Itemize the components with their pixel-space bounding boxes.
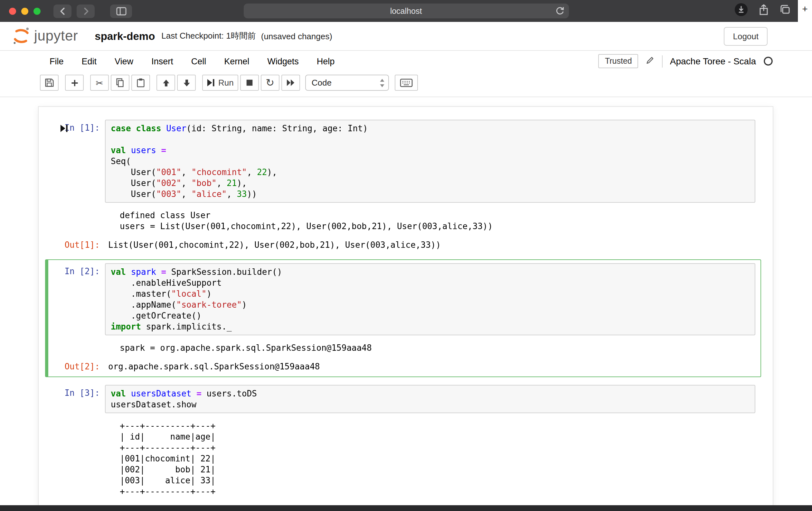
menu-insert[interactable]: Insert <box>142 56 182 66</box>
cell-input-row: In [1]:case class User(id: String, name:… <box>48 120 755 203</box>
kernel-name[interactable]: Apache Toree - Scala <box>670 56 756 66</box>
jupyter-header: jupyter spark-demo Last Checkpoint: 1時間前… <box>0 22 812 50</box>
download-icon <box>734 3 748 17</box>
move-cell-down-button[interactable] <box>177 74 196 91</box>
sidebar-toggle-button[interactable] <box>110 4 132 18</box>
divider <box>662 55 663 67</box>
menu-view[interactable]: View <box>106 56 142 66</box>
menu-cell[interactable]: Cell <box>182 56 215 66</box>
notebook-title[interactable]: spark-demo <box>95 30 155 42</box>
reload-icon <box>554 5 565 16</box>
address-bar[interactable]: localhost <box>243 4 569 18</box>
plus-icon: + <box>802 3 808 14</box>
code-line: val users = <box>111 145 750 156</box>
checkpoint-status: Last Checkpoint: 1時間前 <box>161 30 256 42</box>
code-editor[interactable]: case class User(id: String, name: String… <box>105 120 755 203</box>
chevron-right-icon <box>81 6 90 16</box>
output-prompt: Out[1]: <box>48 239 105 250</box>
browser-action-buttons <box>734 0 791 22</box>
url-text: localhost <box>390 6 422 16</box>
notebook-cells: In [1]:case class User(id: String, name:… <box>41 116 765 501</box>
arrow-down-icon <box>182 78 191 87</box>
cell-output-stdout: +---+---------+---+ | id| name|age| +---… <box>105 420 755 497</box>
restart-icon: ↻ <box>266 78 274 88</box>
code-editor[interactable]: val spark = SparkSession.builder() .enab… <box>105 263 755 335</box>
code-line: import spark.implicits._ <box>111 321 750 332</box>
add-cell-button[interactable] <box>65 74 84 91</box>
cell-output-stdout: defined class User users = List(User(001… <box>105 210 755 232</box>
keyboard-icon <box>400 78 413 88</box>
save-button[interactable] <box>40 74 59 91</box>
menu-items: FileEditViewInsertCellKernelWidgetsHelp <box>40 56 344 66</box>
restart-kernel-button[interactable]: ↻ <box>261 74 280 91</box>
copy-cell-button[interactable] <box>111 74 129 91</box>
autosave-status: (unsaved changes) <box>261 31 332 41</box>
cell-result-row: Out[1]:List(User(001,chocomint,22), User… <box>48 239 755 250</box>
interrupt-kernel-button[interactable] <box>240 74 259 91</box>
output-prompt-spacer <box>48 420 105 497</box>
menu-file[interactable]: File <box>40 56 73 66</box>
cell-output-row: defined class User users = List(User(001… <box>48 210 755 232</box>
restart-run-all-button[interactable] <box>281 74 300 91</box>
cell-output-stdout: spark = org.apache.spark.sql.SparkSessio… <box>105 342 755 353</box>
paste-cell-button[interactable] <box>132 74 150 91</box>
code-line: .appName("soark-toree") <box>111 299 750 310</box>
back-button[interactable] <box>53 4 71 18</box>
cell-type-select[interactable]: Code <box>305 74 389 91</box>
screen: localhost + <box>0 0 812 511</box>
new-tab-button[interactable]: + <box>797 0 812 22</box>
code-line <box>111 134 750 145</box>
jupyter-wordmark: jupyter <box>34 28 78 44</box>
tab-overview-button[interactable] <box>779 4 791 18</box>
select-stepper-icon <box>379 78 385 90</box>
cell-result-row: Out[2]:org.apache.spark.sql.SparkSession… <box>48 361 755 372</box>
sidebar-icon <box>116 6 126 16</box>
notebook-cell[interactable]: In [2]:val spark = SparkSession.builder(… <box>45 259 761 377</box>
input-prompt: In [3]: <box>48 385 105 413</box>
menu-edit[interactable]: Edit <box>73 56 106 66</box>
cell-input-row: In [3]:val usersDataset = users.toDSuser… <box>48 385 755 413</box>
minimize-window-button[interactable] <box>21 7 28 14</box>
cut-cell-button[interactable]: ✂ <box>90 74 109 91</box>
run-cell-icon[interactable] <box>60 124 68 135</box>
menu-widgets[interactable]: Widgets <box>258 56 308 66</box>
kernel-idle-icon <box>763 56 773 66</box>
browser-titlebar: localhost + <box>0 0 812 22</box>
trusted-badge[interactable]: Trusted <box>599 54 638 68</box>
code-line: .getOrCreate() <box>111 310 750 321</box>
run-button[interactable]: Run <box>202 74 238 91</box>
code-line: val spark = SparkSession.builder() <box>111 266 750 277</box>
tabs-icon <box>779 4 791 16</box>
notebook-cell[interactable]: In [3]:val usersDataset = users.toDSuser… <box>45 381 761 501</box>
cell-output-row: spark = org.apache.spark.sql.SparkSessio… <box>48 342 755 353</box>
code-line: Seq( <box>111 156 750 167</box>
bottom-edge-strip <box>0 505 812 511</box>
code-editor[interactable]: val usersDataset = users.toDSusersDatase… <box>105 385 755 413</box>
code-line: .master("local") <box>111 288 750 299</box>
reload-button[interactable] <box>554 5 565 18</box>
jupyter-logo[interactable]: jupyter <box>11 26 78 46</box>
downloads-button[interactable] <box>734 3 748 19</box>
command-palette-button[interactable] <box>395 74 418 91</box>
run-icon <box>207 79 215 87</box>
notebook-area: In [1]:case class User(id: String, name:… <box>0 97 812 511</box>
share-button[interactable] <box>758 4 770 18</box>
notebook-cell[interactable]: In [1]:case class User(id: String, name:… <box>45 116 761 256</box>
cell-output-row: +---+---------+---+ | id| name|age| +---… <box>48 420 755 497</box>
move-cell-up-button[interactable] <box>156 74 175 91</box>
logout-button[interactable]: Logout <box>724 27 767 46</box>
paste-icon <box>136 78 146 88</box>
code-line: User("003", "alice", 33)) <box>111 188 750 200</box>
menu-help[interactable]: Help <box>308 56 344 66</box>
scissors-icon: ✂ <box>96 78 103 87</box>
output-prompt-spacer <box>48 342 105 353</box>
zoom-window-button[interactable] <box>33 7 40 14</box>
cell-output-result: List(User(001,chocomint,22), User(002,bo… <box>105 239 755 250</box>
forward-button[interactable] <box>77 4 95 18</box>
close-window-button[interactable] <box>9 7 16 14</box>
save-icon <box>45 78 54 88</box>
menu-kernel[interactable]: Kernel <box>215 56 258 66</box>
pencil-icon <box>645 55 655 65</box>
edit-metadata-button[interactable] <box>645 55 655 67</box>
output-prompt-spacer <box>48 210 105 232</box>
